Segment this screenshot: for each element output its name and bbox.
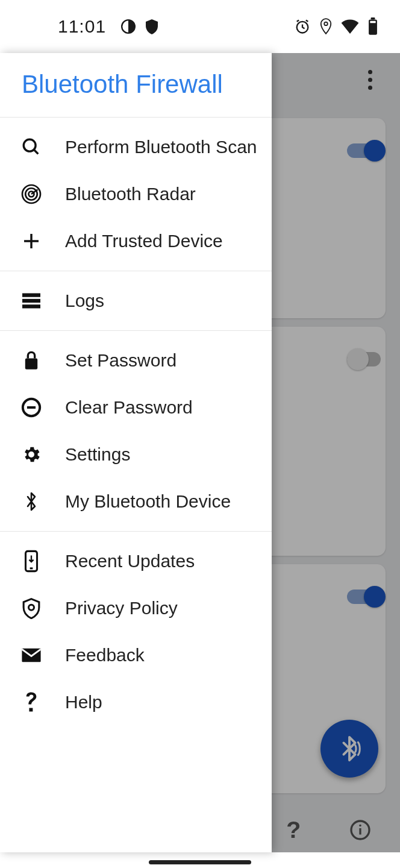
nav-item-label: Feedback	[65, 645, 145, 665]
dnd-icon	[120, 19, 136, 34]
svg-rect-28	[29, 708, 33, 712]
nav-item-feedback[interactable]: Feedback	[0, 632, 272, 679]
logs-icon	[18, 288, 45, 314]
svg-rect-21	[25, 359, 37, 370]
nav-item-settings[interactable]: Settings	[0, 431, 272, 478]
svg-rect-5	[370, 21, 375, 23]
svg-rect-19	[22, 299, 40, 303]
svg-rect-4	[371, 17, 375, 19]
help-icon	[18, 689, 45, 715]
svg-line-11	[34, 149, 38, 154]
svg-rect-18	[22, 294, 40, 297]
svg-point-2	[324, 22, 328, 26]
shield-icon	[18, 595, 45, 621]
nav-item-label: Bluetooth Radar	[65, 184, 196, 204]
clear-circle-icon	[18, 394, 45, 421]
nav-item-privacy-policy[interactable]: Privacy Policy	[0, 585, 272, 632]
nav-item-label: Settings	[65, 444, 130, 465]
nav-item-label: Help	[65, 692, 102, 712]
search-icon	[18, 134, 45, 160]
nav-item-recent-updates[interactable]: Recent Updates	[0, 538, 272, 585]
radar-icon	[18, 181, 45, 207]
bluetooth-icon	[18, 488, 45, 515]
nav-item-bluetooth-radar[interactable]: Bluetooth Radar	[0, 171, 272, 218]
svg-point-10	[23, 139, 36, 151]
nav-item-label: Logs	[65, 291, 104, 311]
status-bar: 11:01	[0, 0, 400, 53]
phone-update-icon	[18, 548, 45, 574]
alarm-icon	[294, 18, 311, 35]
nav-item-label: Clear Password	[65, 397, 193, 418]
nav-item-my-device[interactable]: My Bluetooth Device	[0, 478, 272, 525]
nav-item-label: Recent Updates	[65, 551, 195, 571]
location-icon	[319, 17, 333, 36]
status-clock: 11:01	[58, 16, 106, 37]
plus-icon	[18, 228, 45, 254]
nav-item-clear-password[interactable]: Clear Password	[0, 384, 272, 431]
mail-icon	[18, 642, 45, 668]
wifi-icon	[341, 19, 359, 34]
battery-icon	[367, 17, 378, 36]
nav-item-label: Add Trusted Device	[65, 231, 223, 251]
nav-item-help[interactable]: Help	[0, 679, 272, 726]
nav-item-bluetooth-scan[interactable]: Perform Bluetooth Scan	[0, 124, 272, 171]
nav-item-logs[interactable]: Logs	[0, 277, 272, 324]
shield-status-icon	[145, 18, 159, 35]
svg-point-26	[29, 605, 34, 610]
gesture-nav-bar	[149, 860, 251, 864]
nav-item-label: Perform Bluetooth Scan	[65, 137, 257, 157]
nav-item-label: Privacy Policy	[65, 598, 178, 618]
navigation-drawer: Bluetooth Firewall Perform Bluetooth Sca…	[0, 53, 272, 852]
nav-item-add-trusted[interactable]: Add Trusted Device	[0, 218, 272, 265]
lock-icon	[18, 347, 45, 374]
gear-icon	[18, 441, 45, 468]
drawer-title: Bluetooth Firewall	[0, 53, 272, 118]
nav-item-set-password[interactable]: Set Password	[0, 337, 272, 384]
nav-item-label: My Bluetooth Device	[65, 491, 231, 512]
nav-item-label: Set Password	[65, 350, 177, 371]
svg-rect-20	[22, 304, 40, 308]
